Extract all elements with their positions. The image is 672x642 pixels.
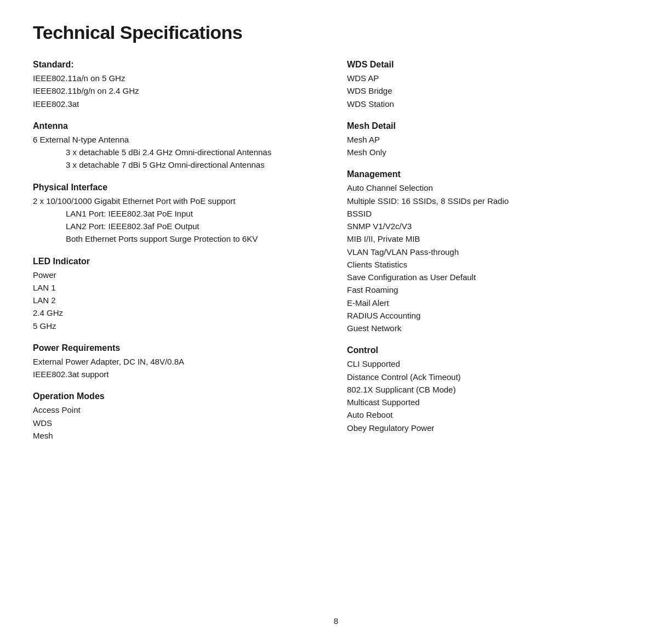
section-item: LAN1 Port: IEEE802.3at PoE Input (33, 207, 325, 220)
section-item: Obey Regulatory Power (347, 422, 639, 434)
section-item: RADIUS Accounting (347, 309, 639, 322)
section: ManagementAuto Channel SelectionMultiple… (347, 169, 639, 334)
section-item: Both Ethernet Ports support Surge Protec… (33, 232, 325, 245)
section-item: Save Configuration as User Default (347, 271, 639, 283)
section-item: IEEE802.3at (33, 98, 325, 110)
section-item: 6 External N-type Antenna (33, 133, 325, 146)
section-heading: Antenna (33, 121, 325, 131)
section-item: WDS Station (347, 98, 639, 110)
section: Standard:IEEE802.11a/n on 5 GHzIEEE802.1… (33, 60, 325, 110)
section: Mesh DetailMesh APMesh Only (347, 121, 639, 159)
section: LED IndicatorPowerLAN 1LAN 22.4 GHz5 GHz (33, 257, 325, 332)
section-item: IEEE802.11a/n on 5 GHz (33, 72, 325, 84)
section: Physical Interface2 x 10/100/1000 Gigabi… (33, 183, 325, 246)
section: Antenna6 External N-type Antenna3 x deta… (33, 121, 325, 172)
section-item: Power (33, 269, 325, 281)
left-column: Standard:IEEE802.11a/n on 5 GHzIEEE802.1… (33, 60, 325, 453)
section-heading: Physical Interface (33, 183, 325, 192)
section-item: LAN 1 (33, 281, 325, 294)
section: ControlCLI SupportedDistance Control (Ac… (347, 345, 639, 434)
section-heading: Management (347, 169, 639, 179)
section-item: Multiple SSID: 16 SSIDs, 8 SSIDs per Rad… (347, 195, 639, 207)
section-item: 2.4 GHz (33, 306, 325, 319)
section-item: E-Mail Alert (347, 297, 639, 309)
section-item: CLI Supported (347, 357, 639, 370)
section-item: Guest Network (347, 322, 639, 334)
two-column-layout: Standard:IEEE802.11a/n on 5 GHzIEEE802.1… (33, 60, 639, 453)
section-item: WDS (33, 417, 325, 429)
section-item: Clients Statistics (347, 258, 639, 271)
section-item: WDS AP (347, 72, 639, 84)
section-item: MIB I/II, Private MIB (347, 232, 639, 245)
section-heading: Control (347, 345, 639, 355)
section-heading: Operation Modes (33, 391, 325, 401)
section-item: 802.1X Supplicant (CB Mode) (347, 383, 639, 396)
section-item: Mesh Only (347, 146, 639, 158)
section: Operation ModesAccess PointWDSMesh (33, 391, 325, 442)
section-item: 2 x 10/100/1000 Gigabit Ethernet Port wi… (33, 195, 325, 207)
section-heading: Power Requirements (33, 343, 325, 353)
section-item: WDS Bridge (347, 84, 639, 97)
right-column: WDS DetailWDS APWDS BridgeWDS StationMes… (347, 60, 639, 453)
section-item: Fast Roaming (347, 283, 639, 296)
section-item: Auto Channel Selection (347, 181, 639, 194)
section-item: BSSID (347, 207, 639, 220)
section-heading: Mesh Detail (347, 121, 639, 131)
section-heading: LED Indicator (33, 257, 325, 266)
page-title: Technical Specifications (33, 22, 639, 43)
section-item: SNMP V1/V2c/V3 (347, 220, 639, 232)
section-heading: WDS Detail (347, 60, 639, 70)
section-item: Distance Control (Ack Timeout) (347, 371, 639, 383)
page-container: Technical Specifications Standard:IEEE80… (0, 0, 672, 486)
page-number: 8 (334, 616, 338, 626)
section-item: Auto Reboot (347, 408, 639, 421)
section-item: IEEE802.11b/g/n on 2.4 GHz (33, 84, 325, 97)
section-item: Mesh AP (347, 133, 639, 146)
section-item: Access Point (33, 404, 325, 416)
section-item: VLAN Tag/VLAN Pass-through (347, 246, 639, 258)
section-item: 3 x detachable 5 dBi 2.4 GHz Omni-direct… (33, 146, 325, 158)
section-item: External Power Adapter, DC IN, 48V/0.8A (33, 355, 325, 368)
section-item: 5 GHz (33, 320, 325, 332)
section-item: LAN2 Port: IEEE802.3af PoE Output (33, 220, 325, 232)
section-item: IEEE802.3at support (33, 368, 325, 380)
section: WDS DetailWDS APWDS BridgeWDS Station (347, 60, 639, 110)
section-item: Multicast Supported (347, 396, 639, 408)
section: Power RequirementsExternal Power Adapter… (33, 343, 325, 381)
section-item: LAN 2 (33, 294, 325, 306)
section-item: Mesh (33, 429, 325, 442)
section-item: 3 x detachable 7 dBi 5 GHz Omni-directio… (33, 158, 325, 171)
section-heading: Standard: (33, 60, 325, 70)
